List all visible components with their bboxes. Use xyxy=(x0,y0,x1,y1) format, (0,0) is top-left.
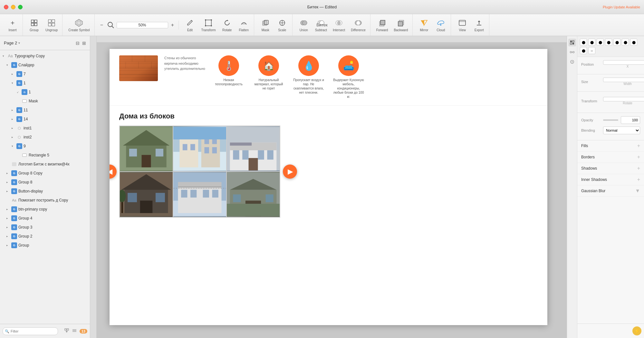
x-input[interactable] xyxy=(603,60,644,65)
cloud-button[interactable]: Cloud xyxy=(433,17,449,33)
layer-item[interactable]: ▾ G Слайдер xyxy=(0,61,90,70)
inner-shadows-row[interactable]: Inner Shadows + xyxy=(577,174,644,185)
align-center-v-button[interactable]: ⬤ xyxy=(613,39,620,46)
opacity-slider[interactable] xyxy=(603,119,618,121)
svg-rect-90 xyxy=(140,201,153,213)
maximize-button[interactable] xyxy=(18,5,23,9)
svg-point-17 xyxy=(211,25,212,26)
filter-input[interactable] xyxy=(3,327,58,335)
add-blur-button[interactable]: ▼ xyxy=(635,188,640,194)
feature-circle: 🛋️ xyxy=(338,55,359,76)
sidebar-settings-button[interactable]: ⊞ xyxy=(82,41,86,46)
prev-button[interactable]: ◀ xyxy=(110,164,117,179)
union-button[interactable]: Union xyxy=(296,17,312,33)
layer-item[interactable]: Aa Помогает построить д Copy xyxy=(0,196,90,205)
lightning-button[interactable]: ⚡ xyxy=(632,326,641,335)
svg-point-117 xyxy=(572,52,574,53)
fills-row[interactable]: Fills + xyxy=(577,140,644,152)
add-fill-button[interactable]: + xyxy=(637,143,640,149)
add-shadow-button[interactable]: + xyxy=(637,165,640,171)
layer-item[interactable]: Mask xyxy=(0,97,90,106)
distribute-v-button[interactable]: ⬤ xyxy=(580,47,587,54)
layer-item[interactable]: ▸ ⬡ inst1 xyxy=(0,124,90,133)
layer-item[interactable]: ▸ G Group xyxy=(0,241,90,250)
add-inner-shadow-button[interactable]: + xyxy=(637,177,640,183)
backward-button[interactable]: Backward xyxy=(391,17,410,33)
page-selector[interactable]: Page 2 ▾ xyxy=(4,41,20,45)
edit-layers-button[interactable] xyxy=(72,328,77,334)
zoom-out-button[interactable]: − xyxy=(99,22,105,28)
layer-item[interactable]: ▾ Aa Typography Copy xyxy=(0,52,90,61)
layer-item[interactable]: Rectangle 5 xyxy=(0,151,90,160)
svg-rect-4 xyxy=(48,20,51,23)
svg-marker-36 xyxy=(421,20,424,25)
intersect-button[interactable]: Intersect xyxy=(330,17,348,33)
zoom-input[interactable] xyxy=(117,22,168,28)
layer-item[interactable]: ▸ G Group 2 xyxy=(0,232,90,241)
align-center-h-button[interactable]: ⬤ xyxy=(588,39,595,46)
layer-item[interactable]: ▸ G Button-display xyxy=(0,187,90,196)
svg-rect-85 xyxy=(267,150,273,160)
svg-rect-65 xyxy=(129,149,137,156)
align-top-button[interactable]: ⬤ xyxy=(605,39,612,46)
insert-button[interactable]: ＋ Insert xyxy=(5,17,21,33)
gaussian-blur-row[interactable]: Gaussian Blur ▼ xyxy=(577,185,644,197)
design-panel-tab[interactable] xyxy=(568,39,576,46)
blending-select[interactable]: Normal Multiply Screen Overlay xyxy=(603,127,640,134)
layer-item[interactable]: ↙ G 1 xyxy=(0,88,90,97)
add-border-button[interactable]: + xyxy=(637,154,640,160)
transform-button[interactable]: Transform xyxy=(199,17,218,33)
mask-button[interactable]: Mask xyxy=(257,17,274,33)
next-button[interactable]: ▶ xyxy=(283,164,297,179)
align-right-button[interactable]: ⬤ xyxy=(597,39,604,46)
view-button[interactable]: View xyxy=(454,17,470,33)
width-input[interactable] xyxy=(603,78,644,82)
inspect-panel-tab[interactable] xyxy=(568,58,576,66)
edit-button[interactable]: Edit xyxy=(182,17,198,33)
zoom-group: − + xyxy=(96,21,179,30)
forward-button[interactable]: Forward xyxy=(374,17,391,33)
layer-item[interactable]: ▸ G 7 xyxy=(0,70,90,79)
align-bottom-button[interactable]: ⬤ xyxy=(622,39,629,46)
canvas[interactable]: Стены из обычного кирпича необходимо уте… xyxy=(90,36,567,338)
rotate-input[interactable] xyxy=(603,97,644,101)
layer-name: Логотип Битэк с визитки@4x xyxy=(18,162,70,166)
collapse-button[interactable]: ↔ xyxy=(588,47,595,54)
layer-item[interactable]: ▸ G btn-primary copy xyxy=(0,205,90,214)
export-button[interactable]: Export xyxy=(471,17,487,33)
borders-row[interactable]: Borders + xyxy=(577,152,644,163)
svg-rect-46 xyxy=(67,329,69,330)
group-icon: G xyxy=(16,71,22,77)
scale-label: Scale xyxy=(278,28,286,32)
align-left-button[interactable]: ⬤ xyxy=(580,39,587,46)
sidebar-collapse-button[interactable]: ⊟ xyxy=(76,41,80,46)
layer-item[interactable]: ▸ G Group 3 xyxy=(0,223,90,232)
layer-item[interactable]: ▸ ⬡ inst2 xyxy=(0,133,90,142)
ungroup-button[interactable]: Ungroup xyxy=(43,17,60,33)
prototype-panel-tab[interactable] xyxy=(568,48,576,56)
opacity-input[interactable] xyxy=(621,116,640,124)
rect-icon xyxy=(22,98,27,104)
export-label: Export xyxy=(475,28,484,32)
layer-item[interactable]: ▸ G Group 8 Copy xyxy=(0,169,90,178)
group-button[interactable]: Group xyxy=(26,17,42,33)
shadows-row[interactable]: Shadows + xyxy=(577,163,644,174)
close-button[interactable] xyxy=(4,5,8,9)
layer-item[interactable]: ▸ G 11 xyxy=(0,106,90,115)
flatten-button[interactable]: Flatten xyxy=(236,17,252,33)
difference-button[interactable]: Difference xyxy=(348,17,368,33)
layer-item[interactable]: Логотип Битэк с визитки@4x xyxy=(0,160,90,169)
layer-item[interactable]: ▾ G 9 xyxy=(0,142,90,151)
minimize-button[interactable] xyxy=(11,5,15,9)
layer-item[interactable]: ▸ G Group 8 xyxy=(0,178,90,187)
mirror-button[interactable]: Mirror xyxy=(416,17,432,33)
layer-item[interactable]: ▾ G 1 xyxy=(0,79,90,88)
rotate-button[interactable]: Rotate xyxy=(219,17,235,33)
zoom-in-button[interactable]: + xyxy=(169,22,176,28)
add-layer-button[interactable] xyxy=(64,328,69,334)
layer-item[interactable]: ▸ G 14 xyxy=(0,115,90,124)
create-symbol-button[interactable]: Create Symbol xyxy=(66,17,92,33)
distribute-h-button[interactable]: ⬤ xyxy=(630,39,637,46)
scale-button[interactable]: Scale xyxy=(274,17,290,33)
layer-item[interactable]: ▸ G Group 4 xyxy=(0,214,90,223)
